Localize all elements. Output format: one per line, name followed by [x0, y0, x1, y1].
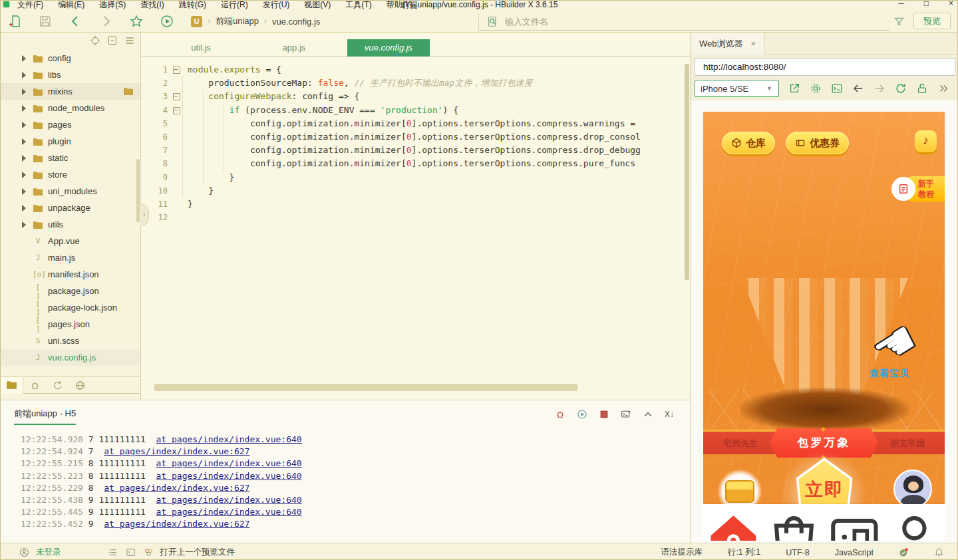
- chevron-right-icon[interactable]: [21, 55, 27, 62]
- browser-tab[interactable]: Web浏览器 ×: [691, 33, 764, 55]
- source-link[interactable]: at pages/index/index.vue:640: [156, 495, 302, 505]
- editor-tab-vue.config.js[interactable]: vue.config.js: [347, 39, 430, 57]
- editor-tab-app.js[interactable]: app.js: [261, 39, 327, 57]
- tree-file-uni.scss[interactable]: Suni.scss: [1, 333, 140, 349]
- bug-icon[interactable]: [555, 409, 565, 420]
- save-icon[interactable]: [39, 15, 52, 28]
- tree-folder-store[interactable]: store: [1, 166, 140, 183]
- menu-icon[interactable]: [124, 35, 135, 46]
- menu-item[interactable]: 运行(R): [221, 1, 248, 9]
- open-external-icon[interactable]: [788, 82, 800, 94]
- tree-file-main.js[interactable]: Jmain.js: [1, 249, 140, 266]
- explorer-view-tab[interactable]: [23, 377, 46, 394]
- tutorial-badge[interactable]: 新手教程: [891, 176, 945, 202]
- music-button[interactable]: ♪: [915, 130, 937, 152]
- chevron-right-icon[interactable]: [21, 138, 27, 145]
- banner-item-left[interactable]: 宅男先生: [703, 438, 778, 450]
- tree-folder-mixins[interactable]: mixins: [1, 83, 140, 100]
- treasure-chest-icon[interactable]: [725, 480, 754, 503]
- more-icon[interactable]: [937, 82, 949, 94]
- close-button[interactable]: ×: [949, 1, 953, 8]
- unlock-icon[interactable]: [916, 82, 928, 94]
- fold-marker[interactable]: [172, 63, 182, 76]
- coupon-button[interactable]: 优惠券: [786, 132, 849, 154]
- web-icon[interactable]: [75, 380, 86, 391]
- sync-icon[interactable]: [52, 380, 63, 391]
- menu-item[interactable]: 工具(T): [345, 1, 371, 9]
- tree-folder-static[interactable]: static: [1, 150, 140, 166]
- clear-icon[interactable]: X↓: [665, 409, 674, 420]
- maximize-button[interactable]: □: [924, 1, 929, 8]
- chevron-right-icon[interactable]: [21, 188, 27, 195]
- tree-file-App.vue[interactable]: VApp.vue: [1, 233, 140, 249]
- tree-folder-config[interactable]: config: [1, 50, 140, 67]
- fold-marker[interactable]: [172, 104, 182, 117]
- chevron-right-icon[interactable]: [21, 72, 27, 78]
- explorer-view-tab[interactable]: [69, 377, 91, 394]
- menu-item[interactable]: 文件(F): [17, 1, 43, 9]
- search-input[interactable]: [505, 17, 824, 27]
- editor-vertical-scrollbar[interactable]: [685, 64, 689, 280]
- bell-icon[interactable]: [934, 547, 944, 557]
- tree-folder-unpackage[interactable]: unpackage: [1, 200, 140, 216]
- star-icon[interactable]: [130, 15, 143, 28]
- open-last-preview[interactable]: 打开上一个预览文件: [160, 547, 236, 558]
- chevron-right-icon[interactable]: [21, 172, 27, 178]
- tree-folder-uni_modules[interactable]: uni_modules: [1, 183, 140, 200]
- source-link[interactable]: at pages/index/index.vue:640: [156, 471, 302, 481]
- tree-folder-plugin[interactable]: plugin: [1, 133, 140, 150]
- explorer-view-tab[interactable]: [1, 377, 23, 394]
- tree-file-pages.json[interactable]: [ ]pages.json: [1, 316, 140, 333]
- debug-icon[interactable]: [29, 380, 41, 391]
- editor-tab-util.js[interactable]: util.js: [168, 39, 234, 57]
- url-bar[interactable]: http://localhost:8080/: [695, 58, 955, 76]
- back-arrow-icon[interactable]: [852, 82, 864, 94]
- list-icon[interactable]: [108, 547, 118, 557]
- tree-folder-utils[interactable]: utils: [1, 216, 140, 233]
- stop-icon[interactable]: [599, 409, 609, 420]
- tree-file-package-lock.json[interactable]: [ ]package-lock.json: [1, 299, 140, 316]
- chevron-right-icon[interactable]: [21, 205, 27, 211]
- forward-icon[interactable]: [99, 15, 112, 28]
- status-item[interactable]: UTF-8: [786, 548, 809, 557]
- sidebar-scrollbar[interactable]: [136, 159, 140, 222]
- menu-item[interactable]: 跳转(G): [179, 1, 206, 9]
- locate-icon[interactable]: [90, 35, 100, 46]
- menu-item[interactable]: 视图(V): [304, 1, 331, 9]
- status-item[interactable]: 行:1 列:1: [728, 547, 760, 558]
- settings-icon[interactable]: [810, 82, 822, 94]
- breadcrumb-project[interactable]: 前端uniapp: [216, 15, 259, 27]
- warehouse-button[interactable]: 仓库: [722, 132, 775, 154]
- console-tab[interactable]: 前端uniapp - H5: [14, 408, 76, 425]
- terminal-icon[interactable]: [831, 82, 843, 94]
- terminal-small-icon[interactable]: [126, 547, 136, 557]
- chevron-right-icon[interactable]: [21, 105, 27, 112]
- menu-item[interactable]: 发行(U): [263, 1, 290, 9]
- menu-item[interactable]: 选择(S): [99, 1, 126, 9]
- new-file-icon[interactable]: [9, 15, 22, 28]
- tree-file-manifest.json[interactable]: [o]manifest.json: [1, 266, 140, 283]
- nav-item-盒柜[interactable]: 盒柜: [824, 504, 885, 541]
- nav-item-商城[interactable]: 商城: [764, 504, 824, 541]
- collapse-panel-icon[interactable]: [643, 409, 653, 420]
- explorer-view-tab[interactable]: [46, 377, 69, 394]
- chevron-right-icon[interactable]: [21, 88, 27, 95]
- tree-folder-libs[interactable]: libs: [1, 67, 140, 83]
- chevron-right-icon[interactable]: [21, 221, 27, 228]
- tree-folder-pages[interactable]: pages: [1, 116, 140, 133]
- new-terminal-icon[interactable]: [621, 409, 631, 420]
- fold-marker[interactable]: [172, 90, 182, 103]
- refresh-icon[interactable]: [895, 82, 907, 94]
- menu-item[interactable]: 编辑(E): [58, 1, 84, 9]
- source-link[interactable]: at pages/index/index.vue:640: [156, 507, 302, 517]
- tree-file-package.json[interactable]: [ ]package.json: [1, 283, 140, 299]
- user-circle-icon[interactable]: [19, 547, 29, 557]
- menu-item[interactable]: 帮助(Y): [387, 1, 413, 9]
- files-tab-icon[interactable]: [6, 380, 17, 391]
- source-link[interactable]: at pages/index/index.vue:627: [104, 519, 249, 529]
- tree-file-vue.config.js[interactable]: Jvue.config.js: [1, 349, 140, 366]
- tree-folder-node_modules[interactable]: node_modules: [1, 100, 140, 116]
- run-icon[interactable]: [160, 15, 174, 28]
- source-link[interactable]: at pages/index/index.vue:640: [156, 434, 302, 444]
- device-selector[interactable]: iPhone 5/SE ▼: [695, 80, 779, 97]
